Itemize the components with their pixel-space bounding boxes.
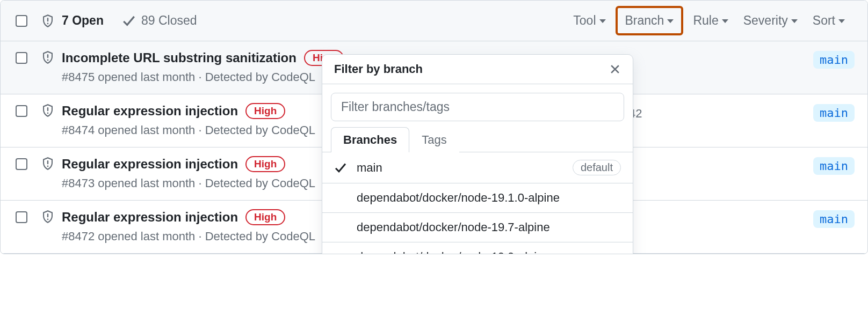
shield-alert-icon: [41, 51, 54, 64]
dropdown-list[interactable]: maindefaultdependabot/docker/node-19.1.0…: [322, 152, 633, 254]
check-icon: [334, 161, 347, 174]
dropdown-tabs: Branches Tags: [322, 127, 633, 152]
select-all-checkbox[interactable]: [16, 15, 27, 27]
dropdown-header: Filter by branch: [322, 55, 633, 84]
branch-option-label: main: [357, 161, 566, 175]
branch-badge[interactable]: main: [813, 157, 855, 175]
branch-option[interactable]: dependabot/docker/node-19.1.0-alpine: [322, 183, 633, 213]
tab-branches[interactable]: Branches: [331, 127, 409, 152]
dropdown-title: Filter by branch: [334, 62, 423, 76]
alert-title[interactable]: Regular expression injection: [62, 104, 238, 119]
alert-checkbox[interactable]: [16, 105, 27, 117]
shield-alert-icon: [41, 14, 54, 27]
branch-option[interactable]: dependabot/docker/node-19.7-alpine: [322, 213, 633, 242]
open-count[interactable]: 7 Open: [62, 13, 104, 28]
branch-option[interactable]: maindefault: [322, 152, 633, 183]
severity-badge: High: [245, 209, 285, 225]
filter-severity[interactable]: Severity: [736, 10, 805, 31]
severity-badge: High: [245, 156, 285, 172]
branch-option[interactable]: dependabot/docker/node-19.9-alpine: [322, 242, 633, 254]
branch-option-label: dependabot/docker/node-19.7-alpine: [357, 220, 621, 234]
shield-alert-icon: [41, 104, 54, 117]
caret-down-icon: [599, 19, 606, 23]
alerts-toolbar: 7 Open 89 Closed Tool Branch Rule Severi…: [1, 1, 867, 41]
shield-alert-icon: [41, 157, 54, 170]
check-icon: [122, 14, 136, 28]
alert-title[interactable]: Incomplete URL substring sanitization: [62, 50, 296, 65]
caret-down-icon: [667, 19, 674, 23]
branch-option-label: dependabot/docker/node-19.9-alpine: [357, 250, 621, 254]
alerts-panel: 7 Open 89 Closed Tool Branch Rule Severi…: [0, 0, 868, 254]
filter-rule[interactable]: Rule: [685, 10, 735, 31]
filter-sort[interactable]: Sort: [805, 10, 852, 31]
alert-checkbox[interactable]: [16, 158, 27, 170]
close-icon[interactable]: [609, 63, 621, 75]
branch-badge[interactable]: main: [813, 104, 855, 122]
filter-tool[interactable]: Tool: [566, 10, 613, 31]
branch-option-label: dependabot/docker/node-19.1.0-alpine: [357, 191, 621, 205]
caret-down-icon: [722, 19, 728, 23]
tab-tags[interactable]: Tags: [409, 127, 459, 152]
closed-count[interactable]: 89 Closed: [141, 13, 197, 28]
alert-checkbox[interactable]: [16, 52, 27, 64]
severity-badge: High: [245, 103, 285, 119]
branch-filter-input[interactable]: [331, 93, 624, 121]
shield-alert-icon: [41, 210, 54, 223]
caret-down-icon: [838, 19, 845, 23]
branch-badge[interactable]: main: [813, 51, 855, 69]
branch-badge[interactable]: main: [813, 210, 855, 228]
branch-filter-dropdown: Filter by branch Branches Tags maindefau…: [322, 54, 633, 254]
alert-title[interactable]: Regular expression injection: [62, 157, 238, 172]
dropdown-search-wrap: [322, 84, 633, 130]
alert-checkbox[interactable]: [16, 211, 27, 223]
alert-title[interactable]: Regular expression injection: [62, 210, 238, 225]
filter-branch[interactable]: Branch: [616, 6, 684, 35]
default-badge: default: [573, 160, 621, 175]
caret-down-icon: [791, 19, 798, 23]
